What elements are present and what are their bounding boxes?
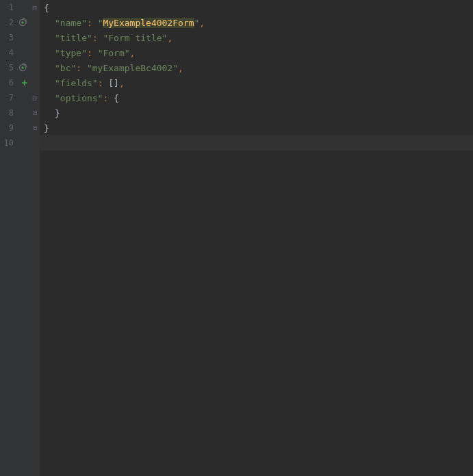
- colon: :: [103, 93, 108, 103]
- gutter-row: 3: [0, 30, 40, 45]
- json-key: "name": [55, 18, 87, 28]
- code-line[interactable]: "options": {: [40, 90, 473, 105]
- colon: :: [87, 48, 92, 58]
- code-line[interactable]: "name": "MyExample4002Form",: [40, 15, 473, 30]
- comma: ,: [178, 63, 183, 73]
- gutter-row: 6 +: [0, 75, 40, 90]
- svg-point-3: [21, 66, 24, 69]
- gutter-row: 9 ⊟: [0, 120, 40, 135]
- gutter-row: 5: [0, 60, 40, 75]
- json-key: "type": [55, 48, 87, 58]
- json-key: "bc": [55, 63, 76, 73]
- svg-point-1: [21, 21, 24, 24]
- json-key: "options": [55, 93, 103, 103]
- line-number: 6: [0, 78, 14, 88]
- colon: :: [76, 63, 81, 73]
- line-number: 10: [0, 138, 14, 148]
- space: [81, 63, 87, 73]
- code-line-current[interactable]: [40, 135, 473, 150]
- gutter-row: 2: [0, 15, 40, 30]
- json-value: "Form": [98, 48, 130, 58]
- json-value: "Form title": [103, 33, 167, 43]
- colon: :: [87, 18, 92, 28]
- comma: ,: [130, 48, 136, 58]
- json-value-highlight: MyExample4002Form: [103, 18, 194, 28]
- code-line[interactable]: "type": "Form",: [40, 45, 473, 60]
- brace-open: {: [44, 3, 49, 13]
- space: [92, 18, 98, 28]
- gutter: 1 ⊟ 2 3 4 5 6 + 7 ⊟ 8: [0, 0, 40, 476]
- line-number: 2: [0, 18, 14, 27]
- space: [98, 33, 103, 43]
- colon: :: [98, 78, 103, 88]
- gutter-row: 4: [0, 45, 40, 60]
- quote: ": [194, 18, 200, 28]
- code-area[interactable]: { "name": "MyExample4002Form", "title": …: [40, 0, 473, 476]
- line-number: 1: [0, 3, 14, 12]
- gutter-row: 10: [0, 135, 40, 150]
- code-line[interactable]: "fields": [],: [40, 75, 473, 90]
- json-key: "fields": [55, 78, 98, 88]
- gutter-row: 8 ⊟: [0, 105, 40, 120]
- usage-icon[interactable]: [18, 18, 27, 27]
- colon: :: [92, 33, 98, 43]
- comma: ,: [119, 78, 125, 88]
- json-key: "title": [55, 33, 92, 43]
- space: [92, 48, 98, 58]
- code-line[interactable]: }: [40, 120, 473, 135]
- line-number: 3: [0, 33, 14, 42]
- gutter-row: 1 ⊟: [0, 0, 40, 15]
- bracket-close: ]: [114, 78, 119, 88]
- gutter-row: 7 ⊟: [0, 90, 40, 105]
- brace-close: }: [55, 108, 60, 118]
- fold-end-icon[interactable]: ⊟: [33, 124, 37, 131]
- comma: ,: [199, 18, 205, 28]
- json-value: "myExampleBc4002": [87, 63, 178, 73]
- code-line[interactable]: {: [40, 0, 473, 15]
- fold-minus-icon[interactable]: ⊟: [32, 4, 37, 12]
- add-icon[interactable]: +: [22, 77, 27, 88]
- code-editor[interactable]: 1 ⊟ 2 3 4 5 6 + 7 ⊟ 8: [0, 0, 473, 476]
- line-number: 4: [0, 48, 14, 57]
- line-number: 7: [0, 93, 14, 103]
- quote: ": [98, 18, 103, 28]
- brace-close: }: [44, 123, 49, 133]
- brace-open: {: [114, 93, 119, 103]
- fold-end-icon[interactable]: ⊟: [33, 109, 37, 116]
- usage-icon[interactable]: [18, 63, 27, 72]
- code-line[interactable]: }: [40, 105, 473, 120]
- code-line[interactable]: "bc": "myExampleBc4002",: [40, 60, 473, 75]
- code-line[interactable]: "title": "Form title",: [40, 30, 473, 45]
- bracket-open: [: [108, 78, 114, 88]
- line-number: 9: [0, 123, 14, 133]
- space: [108, 93, 114, 103]
- line-number: 8: [0, 108, 14, 118]
- comma: ,: [167, 33, 172, 43]
- fold-minus-icon[interactable]: ⊟: [32, 94, 37, 102]
- line-number: 5: [0, 63, 14, 72]
- space: [103, 78, 108, 88]
